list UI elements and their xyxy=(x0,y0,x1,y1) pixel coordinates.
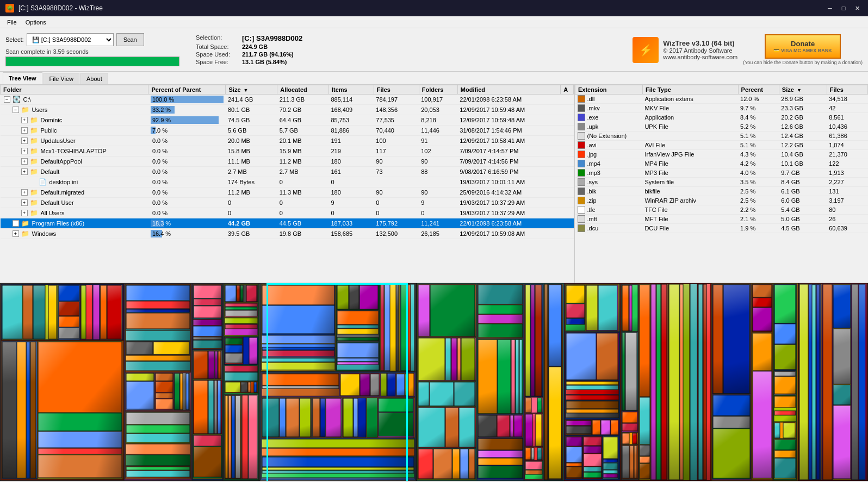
col-extension[interactable]: Extension xyxy=(575,85,643,95)
list-item[interactable]: .mft MFT File2.1 %5.0 GB26 xyxy=(575,215,868,224)
menu-file[interactable]: File xyxy=(3,18,21,27)
percent-cell: 33.2 % xyxy=(148,105,226,115)
tab-file-view[interactable]: File View xyxy=(44,73,79,84)
expand-icon[interactable]: + xyxy=(21,168,28,175)
files-cell xyxy=(374,177,419,187)
maximize-button[interactable]: □ xyxy=(838,3,849,14)
folder-table-header: Folder Percent of Parent Size ▼ Allocate… xyxy=(1,85,574,95)
list-item[interactable]: .exe Application8.4 %20.2 GB8,561 xyxy=(575,113,868,122)
ext-files-cell: 60,639 xyxy=(827,224,867,233)
expand-icon[interactable]: − xyxy=(13,107,19,113)
treemap[interactable] xyxy=(0,283,868,481)
donate-cards: 💳 VISA MC AMEX BANK xyxy=(773,48,832,53)
list-item[interactable]: .tfc TFC File2.2 %5.4 GB80 xyxy=(575,205,868,215)
table-row[interactable]: + 📁 Program Files (x86) 18.3 % 44.2 GB44… xyxy=(1,218,574,229)
table-row[interactable]: + 📁 Dominic 92.9 % 74.5 GB64.4 GB85,7537… xyxy=(1,115,574,126)
expand-icon[interactable]: + xyxy=(13,220,19,227)
list-item[interactable]: (No Extension) 5.1 %12.4 GB61,386 xyxy=(575,132,868,141)
file-type-cell: MP4 File xyxy=(642,159,738,168)
col-files[interactable]: Files xyxy=(374,85,419,95)
ext-percent-cell: 5.1 % xyxy=(738,141,779,150)
expand-icon[interactable]: + xyxy=(21,189,28,196)
table-row[interactable]: + 📁 Windows 16.4 % 39.5 GB19.8 GB158,685… xyxy=(1,229,574,239)
col-percent[interactable]: Percent of Parent xyxy=(148,85,226,95)
list-item[interactable]: .bik bikfile2.5 %6.1 GB131 xyxy=(575,187,868,196)
col-folders[interactable]: Folders xyxy=(419,85,457,95)
list-item[interactable]: .zip WinRAR ZIP archiv2.5 %6.0 GB3,197 xyxy=(575,196,868,205)
expand-icon[interactable]: + xyxy=(21,137,28,144)
menubar: File Options xyxy=(0,16,868,28)
size-cell: 74.5 GB xyxy=(226,115,277,126)
donate-button[interactable]: Donate 💳 VISA MC AMEX BANK xyxy=(765,34,840,59)
col-modified[interactable]: Modified xyxy=(457,85,560,95)
folders-cell: 11,446 xyxy=(419,126,457,136)
percent-cell: 0.0 % xyxy=(148,146,226,157)
tab-about[interactable]: About xyxy=(80,73,108,84)
items-cell: 191 xyxy=(328,136,374,146)
file-type-cell: TFC File xyxy=(642,205,738,215)
col-ext-percent[interactable]: Percent xyxy=(738,85,779,95)
table-row[interactable]: + 📁 UpdatusUser 0.0 % 20.0 MB20.1 MB1911… xyxy=(1,136,574,146)
table-row[interactable]: 📄 desktop.ini 0.0 % 174 Bytes0019/03/201… xyxy=(1,177,574,187)
table-row[interactable]: + 📁 Default.migrated 0.0 % 11.2 MB11.3 M… xyxy=(1,187,574,198)
col-a[interactable]: A xyxy=(561,85,574,95)
menu-options[interactable]: Options xyxy=(21,18,51,27)
col-ext-size[interactable]: Size ▼ xyxy=(779,85,827,95)
table-row[interactable]: + 📁 Mcx1-TOSHIBALAPTOP 0.0 % 15.8 MB15.9… xyxy=(1,146,574,157)
ext-percent-cell: 5.2 % xyxy=(738,122,779,132)
folders-cell: 9 xyxy=(419,198,457,208)
files-cell: 100 xyxy=(374,136,419,146)
col-file-type[interactable]: File Type xyxy=(642,85,738,95)
list-item[interactable]: .dcu DCU File1.9 %4.5 GB60,639 xyxy=(575,224,868,233)
list-item[interactable]: .mp4 MP4 File4.2 %10.1 GB122 xyxy=(575,159,868,168)
scan-button[interactable]: Scan xyxy=(116,33,144,46)
percent-cell: 18.3 % xyxy=(148,218,226,229)
expand-icon[interactable]: + xyxy=(21,210,28,216)
items-cell: 187,033 xyxy=(328,218,374,229)
table-row[interactable]: − 📁 Users 33.2 % 80.1 GB70.2 GB168,40914… xyxy=(1,105,574,115)
col-items[interactable]: Items xyxy=(328,85,374,95)
col-folder[interactable]: Folder xyxy=(1,85,148,95)
list-item[interactable]: .avi AVI File5.1 %12.2 GB1,074 xyxy=(575,141,868,150)
folder-icon: 📁 xyxy=(30,199,38,206)
table-row[interactable]: + 📁 All Users 0.0 % 0000019/03/2017 10:3… xyxy=(1,208,574,218)
ext-files-cell: 80 xyxy=(827,205,867,215)
drive-select[interactable]: 💾 [C:] S3A9988D002 xyxy=(27,33,114,46)
table-row[interactable]: + 📁 Default User 0.0 % 0090919/03/2017 1… xyxy=(1,198,574,208)
ext-files-cell: 21,370 xyxy=(827,150,867,159)
list-item[interactable]: .jpg IrfanView JPG File4.3 %10.4 GB21,37… xyxy=(575,150,868,159)
table-row[interactable]: − 💽 C:\ 100.0 % 241.4 GB211.3 GB885,1147… xyxy=(1,95,574,105)
folder-name-cell: + 📁 UpdatusUser xyxy=(1,136,148,146)
close-button[interactable]: ✕ xyxy=(852,3,863,14)
minimize-button[interactable]: ─ xyxy=(824,3,835,14)
list-item[interactable]: .dll Application extens12.0 %28.9 GB34,5… xyxy=(575,95,868,104)
expand-icon[interactable]: − xyxy=(4,96,10,103)
col-allocated[interactable]: Allocated xyxy=(277,85,329,95)
list-item[interactable]: .mkv MKV File9.7 %23.3 GB42 xyxy=(575,104,868,113)
file-type-cell: Application xyxy=(642,113,738,122)
file-type-cell xyxy=(642,132,738,141)
col-size[interactable]: Size ▼ xyxy=(226,85,277,95)
selection-value: [C:] S3A9988D002 xyxy=(242,34,302,42)
list-item[interactable]: .sys System file3.5 %8.4 GB2,227 xyxy=(575,178,868,187)
list-item[interactable]: .mp3 MP3 File4.0 %9.7 GB1,913 xyxy=(575,168,868,178)
folder-scroll[interactable]: Folder Percent of Parent Size ▼ Allocate… xyxy=(0,85,574,283)
tab-tree-view[interactable]: Tree View xyxy=(3,72,42,84)
treemap-canvas xyxy=(0,283,868,481)
size-cell: 5.6 GB xyxy=(226,126,277,136)
expand-icon[interactable]: + xyxy=(21,158,28,165)
table-row[interactable]: + 📁 Default 0.0 % 2.7 MB2.7 MB16173889/0… xyxy=(1,167,574,177)
size-cell: 15.8 MB xyxy=(226,146,277,157)
table-row[interactable]: + 📁 DefaultAppPool 0.0 % 11.1 MB11.2 MB1… xyxy=(1,157,574,167)
ext-scroll[interactable]: Extension File Type Percent Size ▼ Files… xyxy=(575,85,868,283)
expand-icon[interactable]: + xyxy=(13,230,19,237)
size-cell: 0 xyxy=(226,198,277,208)
expand-icon[interactable]: + xyxy=(21,199,28,206)
expand-icon[interactable]: + xyxy=(21,148,28,154)
list-item[interactable]: .upk UPK File5.2 %12.6 GB10,436 xyxy=(575,122,868,132)
expand-icon[interactable]: + xyxy=(21,117,28,123)
expand-icon[interactable]: + xyxy=(21,127,28,134)
table-row[interactable]: + 📁 Public 7.0 % 5.6 GB5.7 GB81,88670,44… xyxy=(1,126,574,136)
size-cell: 11.2 MB xyxy=(226,187,277,198)
col-ext-files[interactable]: Files xyxy=(827,85,867,95)
